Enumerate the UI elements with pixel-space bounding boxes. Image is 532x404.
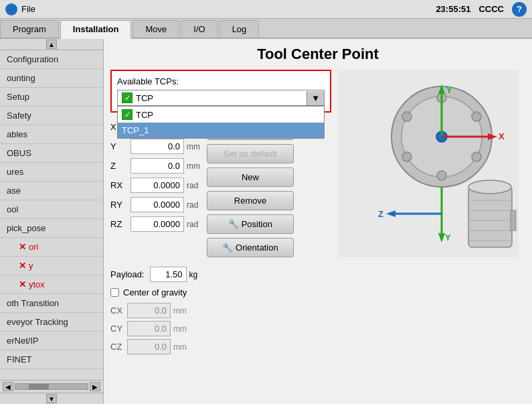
sidebar-item-tool[interactable]: ool [0,200,103,219]
x-icon-ori: ✕ [19,242,26,252]
sidebar-item-y[interactable]: ✕ y [0,257,103,275]
field-z-input[interactable] [130,158,184,174]
sidebar-item-ori[interactable]: ✕ ori [0,238,103,257]
sidebar-scroll-thumb[interactable] [29,384,49,389]
sidebar: ▲ Configuration ounting Setup Safety abl… [0,39,104,404]
cog-cy-row: CY mm [110,321,331,336]
sidebar-scroll-up[interactable]: ▲ [46,40,57,49]
payload-unit: kg [189,270,198,279]
sidebar-item-label: y [29,261,33,271]
tab-io[interactable]: I/O [181,20,217,38]
sidebar-item-setup[interactable]: Setup [0,88,103,107]
sidebar-item-mounting[interactable]: ounting [0,69,103,88]
sidebar-item-ytox[interactable]: ✕ ytox [0,275,103,294]
username: CCCC [478,4,504,14]
tcp-selected-label: TCP [136,93,153,103]
tcp-dropdown[interactable]: ✓ TCP ▼ [117,90,325,106]
cog-cx-row: CX mm [110,303,331,318]
titlebar: File 23:55:51 CCCC ? [0,0,532,19]
orientation-label: Orientation [236,243,278,253]
tab-program[interactable]: Program [0,20,59,38]
tab-move[interactable]: Move [132,20,179,38]
svg-text:X: X [499,131,505,141]
x-icon-ytox: ✕ [19,279,26,289]
tabbar: Program Installation Move I/O Log [0,19,532,39]
coordinate-fields: X mm Y mm Z [110,119,200,261]
orientation-button[interactable]: 🔧 Orientation [207,238,294,257]
svg-point-6 [437,171,446,180]
sidebar-item-label: ori [29,242,38,252]
svg-point-5 [472,152,481,161]
sidebar-scroll-left[interactable]: ◀ [3,382,13,391]
set-default-button[interactable]: Set as default [207,144,294,163]
svg-text:Y: Y [446,85,452,95]
sidebar-scroll-track[interactable] [15,383,88,390]
sidebar-scroll-right[interactable]: ▶ [90,382,100,391]
sidebar-item-modbus[interactable]: OBUS [0,144,103,163]
app-name: File [21,4,35,14]
field-rx-unit: rad [187,181,198,190]
field-rz-label: RZ [110,219,130,229]
field-y-label: Y [110,141,130,151]
position-button[interactable]: 🔧 Position [207,214,294,234]
sidebar-item-features[interactable]: ures [0,163,103,182]
cog-cx-label: CX [110,306,127,316]
titlebar-left: File [5,3,35,15]
field-z-label: Z [110,161,130,171]
cog-cz-row: CZ mm [110,339,331,354]
cog-cy-unit: mm [173,324,187,334]
sidebar-item-pick-pose[interactable]: pick_pose [0,219,103,238]
sidebar-item-profinet[interactable]: FINET [0,350,103,369]
help-button[interactable]: ? [512,2,527,17]
sidebar-item-configuration[interactable]: Configuration [0,50,103,69]
field-z-unit: mm [187,161,200,171]
field-ry-row: RY rad [110,197,200,212]
field-rz-input[interactable] [130,216,184,232]
sidebar-item-variables[interactable]: ables [0,125,103,144]
tcp-option-tcp1[interactable]: TCP_1 [118,123,324,138]
field-ry-label: RY [110,200,130,210]
cog-checkbox[interactable] [110,288,119,297]
field-y-input[interactable] [130,139,184,154]
field-y-unit: mm [187,142,200,151]
field-rx-input[interactable] [130,178,184,193]
tab-log[interactable]: Log [219,20,260,38]
svg-rect-23 [511,210,516,230]
tcp-selected: ✓ TCP [118,90,306,105]
content-area: Tool Center Point Available TCPs: ✓ TCP … [104,39,532,404]
payload-input[interactable] [150,267,187,282]
tcp-label: Available TCPs: [117,76,325,86]
sidebar-item-ethernet-ip[interactable]: erNet/IP [0,332,103,350]
right-panel: Y X [338,70,525,357]
svg-text:Z: Z [378,209,383,219]
new-button[interactable]: New [207,167,294,187]
field-ry-unit: rad [187,200,198,210]
fields-and-buttons: X mm Y mm Z [110,119,331,261]
sidebar-scroll-down[interactable]: ▼ [46,394,57,403]
action-buttons: Rename Set as default New Remove 🔧 Posit… [207,119,294,261]
field-rx-label: RX [110,180,130,190]
sidebar-item-conveyor-tracking[interactable]: eveyor Tracking [0,313,103,332]
tcp-visualization: Y X [338,70,519,257]
svg-text:Y: Y [445,232,451,243]
tab-installation[interactable]: Installation [60,20,132,39]
cog-cz-unit: mm [173,342,187,352]
sidebar-item-base[interactable]: ase [0,182,103,200]
field-rx-row: RX rad [110,178,200,193]
tcp-section: Available TCPs: ✓ TCP ▼ ✓ [110,70,331,113]
tcp-dropdown-menu: ✓ TCP TCP_1 [117,106,325,139]
svg-rect-16 [468,187,512,247]
field-rz-unit: rad [187,220,198,229]
sidebar-item-safety[interactable]: Safety [0,107,103,125]
remove-button[interactable]: Remove [207,191,294,210]
tcp-option-checkbox: ✓ [122,109,132,120]
sidebar-item-smooth-transition[interactable]: oth Transition [0,294,103,313]
tcp-dropdown-arrow[interactable]: ▼ [306,91,324,105]
field-z-row: Z mm [110,158,200,174]
field-ry-input[interactable] [130,197,184,212]
tcp-option-tcp[interactable]: ✓ TCP [118,107,324,123]
tcp-svg: Y X [338,70,519,257]
payload-row: Payload: kg [110,267,331,282]
cog-label[interactable]: Center of gravity [123,287,187,297]
sidebar-bottom-scrollbar: ◀ ▶ [0,380,103,393]
